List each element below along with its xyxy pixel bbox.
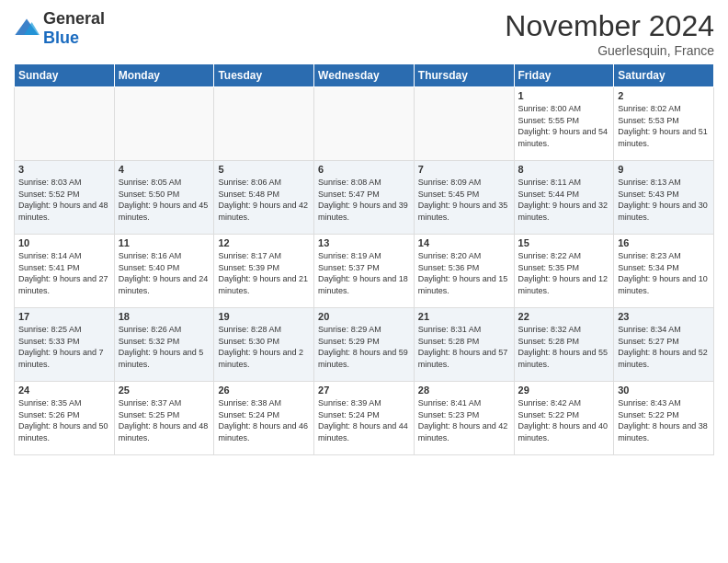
day-info: Sunrise: 8:14 AMSunset: 5:41 PMDaylight:… — [18, 250, 110, 296]
day-number: 5 — [218, 164, 310, 175]
logo-blue: Blue — [43, 29, 79, 47]
day-info: Sunrise: 8:17 AMSunset: 5:39 PMDaylight:… — [218, 250, 310, 296]
table-row — [114, 87, 214, 161]
day-info: Sunrise: 8:34 AMSunset: 5:27 PMDaylight:… — [618, 324, 710, 370]
day-number: 26 — [218, 385, 310, 396]
logo-text: General Blue — [43, 9, 105, 48]
day-number: 18 — [119, 311, 210, 322]
day-info: Sunrise: 8:19 AMSunset: 5:37 PMDaylight:… — [318, 250, 410, 296]
table-row: 7Sunrise: 8:09 AMSunset: 5:45 PMDaylight… — [414, 161, 514, 235]
table-row: 20Sunrise: 8:29 AMSunset: 5:29 PMDayligh… — [314, 308, 415, 382]
day-info: Sunrise: 8:03 AMSunset: 5:52 PMDaylight:… — [18, 177, 110, 223]
table-row: 2Sunrise: 8:02 AMSunset: 5:53 PMDaylight… — [614, 87, 714, 161]
col-thursday: Thursday — [414, 64, 514, 87]
day-info: Sunrise: 8:00 AMSunset: 5:55 PMDaylight:… — [518, 103, 610, 149]
day-number: 12 — [218, 237, 310, 248]
table-row: 18Sunrise: 8:26 AMSunset: 5:32 PMDayligh… — [114, 308, 214, 382]
logo-icon — [14, 16, 40, 41]
day-info: Sunrise: 8:22 AMSunset: 5:35 PMDaylight:… — [518, 250, 610, 296]
day-number: 30 — [618, 385, 710, 396]
col-monday: Monday — [114, 64, 214, 87]
location: Guerlesquin, France — [505, 43, 714, 58]
day-info: Sunrise: 8:05 AMSunset: 5:50 PMDaylight:… — [119, 177, 210, 223]
week-row: 10Sunrise: 8:14 AMSunset: 5:41 PMDayligh… — [15, 235, 714, 308]
table-row: 10Sunrise: 8:14 AMSunset: 5:41 PMDayligh… — [15, 235, 115, 308]
table-row: 28Sunrise: 8:41 AMSunset: 5:23 PMDayligh… — [414, 382, 514, 455]
day-number: 3 — [18, 164, 110, 175]
day-info: Sunrise: 8:06 AMSunset: 5:48 PMDaylight:… — [218, 177, 310, 223]
day-number: 13 — [318, 237, 410, 248]
day-number: 9 — [618, 164, 710, 175]
table-row: 5Sunrise: 8:06 AMSunset: 5:48 PMDaylight… — [214, 161, 314, 235]
logo-general: General — [43, 9, 105, 28]
day-number: 28 — [418, 385, 510, 396]
day-info: Sunrise: 8:32 AMSunset: 5:28 PMDaylight:… — [518, 324, 610, 370]
day-info: Sunrise: 8:37 AMSunset: 5:25 PMDaylight:… — [119, 397, 210, 443]
title-section: November 2024 Guerlesquin, France — [505, 9, 714, 58]
day-number: 2 — [618, 90, 710, 101]
logo: General Blue — [14, 9, 105, 48]
col-tuesday: Tuesday — [214, 64, 314, 87]
table-row: 22Sunrise: 8:32 AMSunset: 5:28 PMDayligh… — [514, 308, 614, 382]
table-row: 23Sunrise: 8:34 AMSunset: 5:27 PMDayligh… — [614, 308, 714, 382]
day-info: Sunrise: 8:02 AMSunset: 5:53 PMDaylight:… — [618, 103, 710, 149]
day-info: Sunrise: 8:41 AMSunset: 5:23 PMDaylight:… — [418, 397, 510, 443]
table-row: 3Sunrise: 8:03 AMSunset: 5:52 PMDaylight… — [15, 161, 115, 235]
table-row: 1Sunrise: 8:00 AMSunset: 5:55 PMDaylight… — [514, 87, 614, 161]
day-number: 4 — [119, 164, 210, 175]
table-row: 24Sunrise: 8:35 AMSunset: 5:26 PMDayligh… — [15, 382, 115, 455]
day-number: 17 — [18, 311, 110, 322]
day-number: 24 — [18, 385, 110, 396]
table-row — [214, 87, 314, 161]
day-info: Sunrise: 8:31 AMSunset: 5:28 PMDaylight:… — [418, 324, 510, 370]
day-number: 11 — [119, 237, 210, 248]
day-number: 8 — [518, 164, 610, 175]
day-info: Sunrise: 8:23 AMSunset: 5:34 PMDaylight:… — [618, 250, 710, 296]
table-row: 29Sunrise: 8:42 AMSunset: 5:22 PMDayligh… — [514, 382, 614, 455]
col-friday: Friday — [514, 64, 614, 87]
table-row: 17Sunrise: 8:25 AMSunset: 5:33 PMDayligh… — [15, 308, 115, 382]
day-info: Sunrise: 8:28 AMSunset: 5:30 PMDaylight:… — [218, 324, 310, 370]
table-row: 15Sunrise: 8:22 AMSunset: 5:35 PMDayligh… — [514, 235, 614, 308]
col-saturday: Saturday — [614, 64, 714, 87]
week-row: 24Sunrise: 8:35 AMSunset: 5:26 PMDayligh… — [15, 382, 714, 455]
day-number: 21 — [418, 311, 510, 322]
table-row: 21Sunrise: 8:31 AMSunset: 5:28 PMDayligh… — [414, 308, 514, 382]
day-number: 19 — [218, 311, 310, 322]
calendar-body: 1Sunrise: 8:00 AMSunset: 5:55 PMDaylight… — [15, 87, 714, 455]
table-row: 4Sunrise: 8:05 AMSunset: 5:50 PMDaylight… — [114, 161, 214, 235]
day-info: Sunrise: 8:25 AMSunset: 5:33 PMDaylight:… — [18, 324, 110, 370]
day-number: 27 — [318, 385, 410, 396]
calendar-table: Sunday Monday Tuesday Wednesday Thursday… — [14, 63, 714, 455]
day-number: 20 — [318, 311, 410, 322]
day-info: Sunrise: 8:08 AMSunset: 5:47 PMDaylight:… — [318, 177, 410, 223]
table-row — [15, 87, 115, 161]
week-row: 1Sunrise: 8:00 AMSunset: 5:55 PMDaylight… — [15, 87, 714, 161]
day-info: Sunrise: 8:13 AMSunset: 5:43 PMDaylight:… — [618, 177, 710, 223]
table-row: 19Sunrise: 8:28 AMSunset: 5:30 PMDayligh… — [214, 308, 314, 382]
month-title: November 2024 — [505, 9, 714, 43]
day-number: 10 — [18, 237, 110, 248]
table-row: 8Sunrise: 8:11 AMSunset: 5:44 PMDaylight… — [514, 161, 614, 235]
day-info: Sunrise: 8:43 AMSunset: 5:22 PMDaylight:… — [618, 397, 710, 443]
day-number: 23 — [618, 311, 710, 322]
week-row: 3Sunrise: 8:03 AMSunset: 5:52 PMDaylight… — [15, 161, 714, 235]
day-info: Sunrise: 8:11 AMSunset: 5:44 PMDaylight:… — [518, 177, 610, 223]
day-info: Sunrise: 8:35 AMSunset: 5:26 PMDaylight:… — [18, 397, 110, 443]
day-number: 16 — [618, 237, 710, 248]
table-row: 26Sunrise: 8:38 AMSunset: 5:24 PMDayligh… — [214, 382, 314, 455]
day-number: 6 — [318, 164, 410, 175]
day-number: 25 — [119, 385, 210, 396]
table-row: 30Sunrise: 8:43 AMSunset: 5:22 PMDayligh… — [614, 382, 714, 455]
day-info: Sunrise: 8:39 AMSunset: 5:24 PMDaylight:… — [318, 397, 410, 443]
day-info: Sunrise: 8:09 AMSunset: 5:45 PMDaylight:… — [418, 177, 510, 223]
table-row: 27Sunrise: 8:39 AMSunset: 5:24 PMDayligh… — [314, 382, 415, 455]
table-row: 9Sunrise: 8:13 AMSunset: 5:43 PMDaylight… — [614, 161, 714, 235]
table-row: 13Sunrise: 8:19 AMSunset: 5:37 PMDayligh… — [314, 235, 415, 308]
day-info: Sunrise: 8:16 AMSunset: 5:40 PMDaylight:… — [119, 250, 210, 296]
header: General Blue November 2024 Guerlesquin, … — [14, 9, 714, 58]
day-number: 22 — [518, 311, 610, 322]
table-row — [414, 87, 514, 161]
day-info: Sunrise: 8:26 AMSunset: 5:32 PMDaylight:… — [119, 324, 210, 370]
day-number: 1 — [518, 90, 610, 101]
